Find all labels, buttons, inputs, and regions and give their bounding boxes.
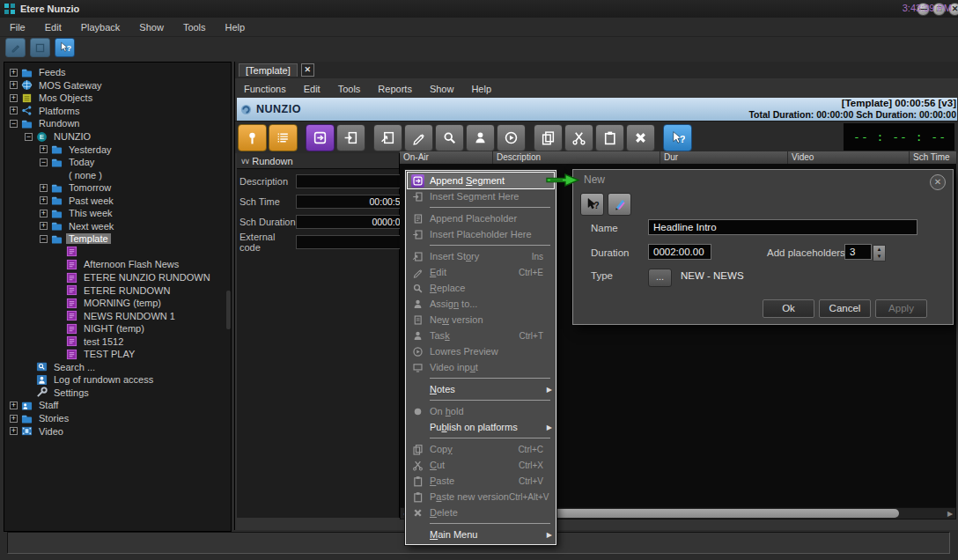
name-input[interactable] [648, 219, 917, 235]
dialog-close-button[interactable]: ✕ [930, 174, 946, 190]
template-menu-reports[interactable]: Reports [369, 84, 421, 94]
column-header-on-air[interactable]: On-Air [400, 151, 493, 164]
tree-expander[interactable]: + [10, 94, 18, 102]
dialog-pen-button[interactable] [608, 193, 631, 216]
tree-item-next-week[interactable]: +Next week [4, 220, 231, 233]
collapse-chevron-icon[interactable]: ∨∨ [240, 157, 248, 166]
tab-template[interactable]: [Template] [239, 63, 298, 77]
placeholders-input[interactable] [844, 244, 872, 260]
menu-item-copy[interactable]: CopyCtrl+C [408, 441, 554, 457]
tree-expander[interactable]: + [40, 145, 48, 153]
toolbar-help-cursor-button[interactable]: ? [663, 124, 692, 151]
tree-item-blank[interactable] [4, 246, 231, 259]
menu-item-main-menu[interactable]: Main Menu▶ [408, 527, 554, 542]
quick-save-button[interactable] [30, 38, 50, 57]
tree-scrollbar-thumb[interactable] [226, 291, 231, 329]
template-menu-tools[interactable]: Tools [329, 84, 370, 94]
tree-item-staff[interactable]: +Staff [4, 399, 231, 412]
column-header-video[interactable]: Video [788, 151, 910, 164]
scroll-right-icon[interactable]: ▶ [945, 510, 955, 518]
toolbar-pin-button[interactable] [238, 124, 267, 151]
toolbar-insert-segment-button[interactable] [336, 124, 365, 151]
context-help-button[interactable]: ? [55, 38, 75, 57]
spin-up-icon[interactable]: ▲ [873, 246, 885, 253]
toolbar-copy-button[interactable] [534, 124, 563, 151]
tree-item-mos-objects[interactable]: +Mos Objects [4, 92, 231, 105]
tree-expander[interactable]: + [10, 81, 18, 89]
menu-item-cut[interactable]: CutCtrl+X [408, 457, 554, 473]
tree-expander[interactable]: + [10, 427, 18, 435]
menu-item-video-input[interactable]: Video input [408, 359, 554, 375]
tree-item-rundown[interactable]: −Rundown [4, 117, 231, 130]
toolbar-edit-button[interactable] [404, 124, 433, 151]
tree-item-afternoon-flash-news[interactable]: Afternoon Flash News [4, 258, 231, 271]
toolbar-insert-story-button[interactable] [373, 124, 402, 151]
template-menu-edit[interactable]: Edit [295, 84, 329, 94]
scrollbar-thumb[interactable] [531, 509, 899, 518]
column-header-description[interactable]: Description [493, 151, 660, 164]
tree-expander[interactable]: − [25, 133, 33, 141]
menu-item-new-version[interactable]: New version [408, 312, 554, 328]
tree-item-etere-rundown[interactable]: ETERE RUNDOWN [4, 284, 231, 297]
column-header-dur[interactable]: Dur [660, 151, 788, 164]
menu-item-assign-to[interactable]: Assign to... [408, 296, 554, 312]
menu-item-insert-placeholder-here[interactable]: Insert Placeholder Here [408, 226, 554, 242]
tree-expander[interactable]: − [40, 158, 48, 166]
app-menu-help[interactable]: Help [216, 22, 255, 33]
menu-item-paste-new-version[interactable]: Paste new versionCtrl+Alt+V [408, 489, 554, 505]
template-menu-show[interactable]: Show [421, 84, 463, 94]
tree-item-template[interactable]: −Template [4, 232, 231, 246]
dialog-help-cursor-button[interactable]: ? [580, 193, 604, 216]
quick-edit-button[interactable] [5, 38, 26, 57]
cancel-button[interactable]: Cancel [819, 299, 871, 318]
menu-item-insert-segment-here[interactable]: Insert Segment Here [408, 188, 554, 204]
tree-expander[interactable]: + [40, 222, 48, 230]
tree-item-test-play[interactable]: TEST PLAY [4, 348, 231, 361]
toolbar-list-button[interactable] [269, 124, 298, 151]
tree-item-nunzio[interactable]: −ENUNZIO [4, 130, 231, 144]
app-menu-edit[interactable]: Edit [35, 22, 71, 33]
toolbar-delete-button[interactable] [626, 124, 655, 151]
menu-item-notes[interactable]: Notes▶ [408, 381, 554, 397]
menu-item-append-segment[interactable]: Append Segment [408, 173, 554, 188]
tree-expander[interactable]: + [40, 196, 48, 204]
tree-expander[interactable]: − [10, 120, 18, 128]
app-menu-playback[interactable]: Playback [71, 22, 130, 33]
type-browse-button[interactable]: ... [648, 269, 672, 287]
tree-expander[interactable]: − [40, 235, 48, 243]
menu-item-publish-on-platforms[interactable]: Publish on platforms▶ [408, 419, 554, 435]
app-menu-file[interactable]: File [0, 22, 35, 33]
toolbar-paste-button[interactable] [595, 124, 624, 151]
toolbar-lowres-preview-button[interactable] [497, 124, 526, 151]
template-menu-help[interactable]: Help [462, 84, 500, 94]
tree-expander[interactable]: + [40, 184, 48, 192]
tree-item-none[interactable]: ( none ) [4, 168, 231, 181]
tree-item-log-of-rundown-access[interactable]: Log of rundown access [4, 373, 231, 387]
toolbar-search-button[interactable] [435, 124, 464, 151]
menu-item-replace[interactable]: Replace [408, 280, 554, 296]
tab-close-icon[interactable]: ✕ [301, 63, 314, 77]
tree-item-search[interactable]: Search ... [4, 361, 231, 374]
placeholders-spinner[interactable]: ▲ ▼ [873, 245, 886, 262]
tree-item-yesterday[interactable]: +Yesterday [4, 143, 231, 156]
tree-item-past-week[interactable]: +Past week [4, 194, 231, 207]
toolbar-append-segment-button[interactable] [306, 124, 335, 151]
menu-item-edit[interactable]: EditCtrl+E [408, 264, 554, 280]
app-menu-show[interactable]: Show [129, 22, 173, 33]
ok-button[interactable]: Ok [763, 299, 814, 318]
tree-expander[interactable]: + [10, 402, 18, 409]
menu-item-delete[interactable]: Delete [408, 505, 554, 520]
tree-item-news-rundown-1[interactable]: NEWS RUNDOWN 1 [4, 309, 231, 322]
menu-item-paste[interactable]: PasteCtrl+V [408, 473, 554, 489]
tree-expander[interactable]: + [10, 69, 18, 77]
apply-button[interactable]: Apply [875, 299, 927, 318]
tree-item-stories[interactable]: +Stories [4, 412, 231, 425]
properties-header[interactable]: ∨∨ Rundown [237, 153, 399, 169]
tree-item-night-temp[interactable]: NIGHT (temp) [4, 322, 231, 335]
tree-item-etere-nunzio-rundown[interactable]: ETERE NUNZIO RUNDOWN [4, 271, 231, 284]
column-header-sch-time[interactable]: Sch Time [910, 151, 957, 164]
tree-item-morning-temp[interactable]: MORNING (temp) [4, 297, 231, 310]
tree-expander[interactable]: + [10, 107, 18, 114]
tree-expander[interactable]: + [10, 415, 18, 423]
tree-item-this-week[interactable]: +This week [4, 207, 231, 220]
